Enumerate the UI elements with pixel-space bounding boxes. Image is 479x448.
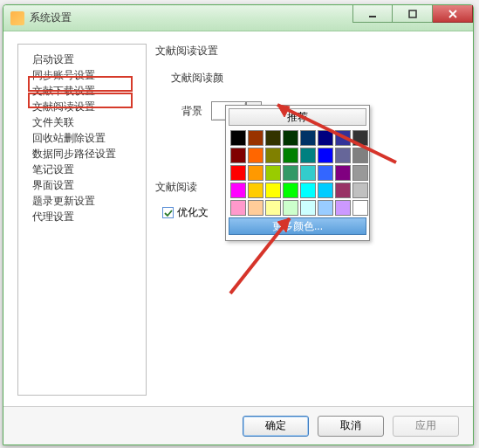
maximize-button[interactable] — [393, 5, 433, 23]
color-swatch[interactable] — [265, 148, 281, 163]
picker-more-button[interactable]: 更多颜色... — [229, 217, 366, 235]
nav-item-ui[interactable]: 界面设置 — [24, 177, 140, 193]
color-swatch[interactable] — [248, 200, 263, 216]
color-swatch[interactable] — [335, 148, 351, 163]
color-swatch[interactable] — [300, 165, 316, 181]
color-swatch[interactable] — [248, 148, 263, 163]
color-swatch[interactable] — [230, 148, 246, 163]
color-swatch[interactable] — [352, 130, 368, 146]
color-swatch[interactable] — [283, 183, 298, 198]
nav-item-record[interactable]: 题录更新设置 — [24, 193, 140, 209]
window-buttons — [352, 5, 473, 23]
nav-panel: 启动设置 同步账号设置 文献下载设置 文献阅读设置 文件关联 回收站删除设置 数… — [17, 44, 147, 396]
svg-rect-0 — [369, 16, 376, 17]
color-swatch[interactable] — [248, 130, 263, 146]
apply-label: 应用 — [415, 418, 436, 433]
color-swatch[interactable] — [230, 130, 246, 146]
color-swatch[interactable] — [300, 183, 316, 198]
nav-item-recycle[interactable]: 回收站删除设置 — [24, 130, 140, 146]
app-icon — [10, 11, 24, 25]
color-swatch[interactable] — [300, 148, 316, 163]
optimize-label: 优化文 — [177, 205, 209, 220]
color-grid — [229, 128, 366, 217]
color-swatch[interactable] — [283, 200, 298, 216]
picker-more-label: 更多颜色... — [272, 219, 323, 234]
color-swatch[interactable] — [318, 200, 333, 216]
color-swatch[interactable] — [265, 130, 281, 146]
close-button[interactable] — [433, 5, 473, 23]
cancel-button[interactable]: 取消 — [318, 416, 384, 437]
color-swatch[interactable] — [265, 200, 281, 216]
color-swatch[interactable] — [335, 130, 351, 146]
ok-label: 确定 — [265, 418, 286, 433]
color-swatch[interactable] — [318, 130, 333, 146]
color-swatch[interactable] — [283, 148, 298, 163]
bg-label: 背景 — [181, 104, 202, 119]
color-swatch[interactable] — [335, 165, 351, 181]
maximize-icon — [407, 9, 418, 19]
nav-item-download[interactable]: 文献下载设置 — [24, 83, 140, 99]
color-swatch[interactable] — [352, 165, 368, 181]
color-swatch[interactable] — [318, 148, 333, 163]
nav-item-read[interactable]: 文献阅读设置 — [24, 99, 140, 114]
close-icon — [448, 9, 458, 19]
picker-recommend-label: 推荐 — [287, 110, 308, 125]
color-swatch[interactable] — [318, 165, 333, 181]
color-swatch[interactable] — [352, 200, 368, 216]
settings-window: 系统设置 启动设置 同步账号设置 文献下载设置 文献阅读设置 文件关联 回收站删… — [3, 4, 474, 445]
color-picker-popup: 推荐 更多颜色... — [225, 105, 370, 241]
color-swatch[interactable] — [265, 183, 281, 198]
nav-item-sync[interactable]: 同步账号设置 — [24, 67, 140, 83]
section1-title: 文献阅读设置 — [155, 44, 459, 59]
nav-item-notes[interactable]: 笔记设置 — [24, 162, 140, 177]
color-swatch[interactable] — [230, 183, 246, 198]
color-swatch[interactable] — [318, 183, 333, 198]
optimize-checkbox[interactable] — [162, 207, 174, 218]
color-swatch[interactable] — [352, 148, 368, 163]
check-icon — [164, 209, 173, 217]
titlebar: 系统设置 — [3, 5, 473, 31]
ok-button[interactable]: 确定 — [243, 416, 309, 437]
color-swatch[interactable] — [248, 183, 263, 198]
color-swatch[interactable] — [335, 200, 351, 216]
color-swatch[interactable] — [248, 165, 263, 181]
nav-item-assoc[interactable]: 文件关联 — [24, 114, 140, 130]
dialog-footer: 确定 取消 应用 — [3, 406, 473, 445]
apply-button[interactable]: 应用 — [393, 416, 459, 437]
window-title: 系统设置 — [30, 10, 72, 25]
color-swatch[interactable] — [300, 130, 316, 146]
color-swatch[interactable] — [283, 165, 298, 181]
svg-rect-1 — [409, 10, 416, 17]
nav-item-datapath[interactable]: 数据同步路径设置 — [24, 146, 140, 162]
nav-item-proxy[interactable]: 代理设置 — [24, 209, 140, 224]
cancel-label: 取消 — [340, 418, 361, 433]
color-swatch[interactable] — [230, 165, 246, 181]
color-swatch[interactable] — [283, 130, 298, 146]
color-swatch[interactable] — [265, 165, 281, 181]
nav-item-startup[interactable]: 启动设置 — [24, 52, 140, 67]
color-swatch[interactable] — [230, 200, 246, 216]
color-swatch[interactable] — [352, 183, 368, 198]
minimize-icon — [367, 9, 378, 19]
color-swatch[interactable] — [335, 183, 351, 198]
minimize-button[interactable] — [352, 5, 393, 23]
color-swatch[interactable] — [300, 200, 316, 216]
section1-sub: 文献阅读颜 — [171, 71, 459, 86]
picker-recommend-button[interactable]: 推荐 — [229, 108, 366, 126]
